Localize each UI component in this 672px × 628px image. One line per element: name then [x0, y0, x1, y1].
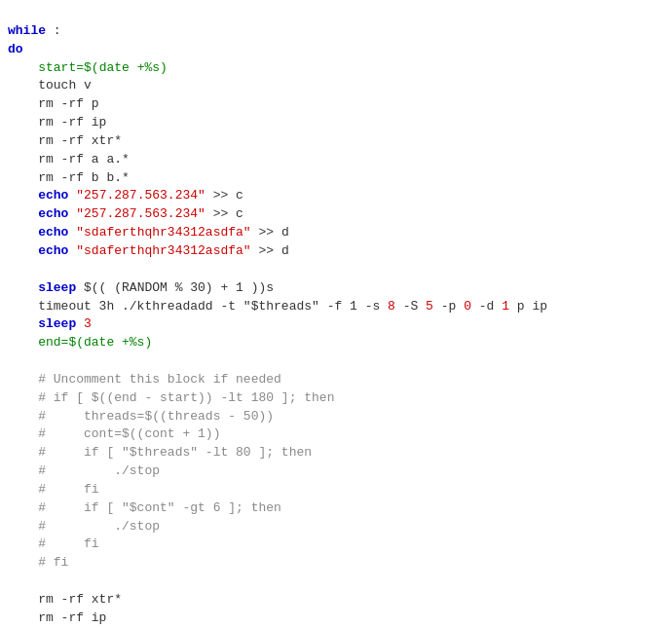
comment-5: # if [ "$threads" -lt 80 ]; then [8, 445, 312, 460]
keyword-sleep1: sleep [8, 280, 76, 295]
comment-2: # if [ $((end - start)) -lt 180 ]; then [8, 390, 334, 405]
string-4: "sdaferthqhr34312asdfa" [76, 243, 250, 258]
code-block: while : do start=$(date +%s) touch v rm … [8, 4, 664, 628]
comment-1: # Uncomment this block if needed [8, 372, 281, 387]
comment-7: # fi [8, 482, 99, 497]
comment-4: # cont=$((cont + 1)) [8, 426, 220, 441]
code-line: start=$(date +%s) [38, 60, 168, 75]
keyword-echo1: echo [8, 188, 68, 203]
comment-11: # fi [8, 555, 68, 570]
keyword-do: do [8, 42, 23, 56]
string-2: "257.287.563.234" [76, 206, 205, 221]
comment-8: # if [ "$cont" -gt 6 ]; then [8, 500, 281, 515]
keyword-echo3: echo [8, 225, 68, 240]
end-line: end=$(date +%s) [8, 335, 152, 350]
num-8: 8 [388, 299, 395, 314]
comment-6: # ./stop [8, 463, 160, 478]
comment-9: # ./stop [8, 519, 160, 534]
comment-10: # fi [8, 536, 99, 551]
keyword-while: while [8, 23, 46, 38]
string-3: "sdaferthqhr34312asdfa" [76, 225, 250, 240]
comment-3: # threads=$((threads - 50)) [8, 409, 274, 424]
string-1: "257.287.563.234" [76, 188, 205, 203]
num-5: 5 [426, 299, 433, 314]
num-1: 1 [502, 299, 509, 314]
num-0: 0 [464, 299, 471, 314]
keyword-sleep2: sleep [8, 316, 76, 331]
keyword-echo2: echo [8, 206, 68, 221]
num-3: 3 [84, 316, 92, 331]
keyword-echo4: echo [8, 243, 68, 258]
